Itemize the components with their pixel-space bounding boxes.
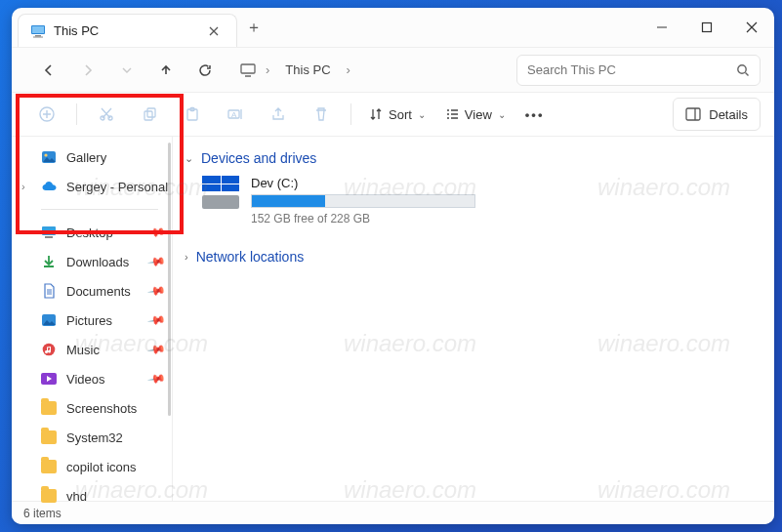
- sidebar-item-documents[interactable]: Documents 📌: [12, 276, 172, 306]
- delete-button[interactable]: [300, 97, 343, 132]
- pin-icon: 📌: [146, 281, 166, 301]
- sidebar-item-screenshots[interactable]: Screenshots: [12, 393, 172, 423]
- paste-button[interactable]: [171, 97, 214, 132]
- sidebar-divider: [41, 209, 158, 210]
- sidebar-item-music[interactable]: Music 📌: [12, 335, 172, 364]
- chevron-right-icon: ›: [347, 62, 350, 77]
- monitor-icon: [240, 62, 256, 78]
- folder-icon: [41, 400, 57, 416]
- details-pane-button[interactable]: Details: [673, 98, 761, 131]
- sidebar-item-onedrive[interactable]: › Sergey - Personal: [12, 172, 172, 201]
- sidebar-item-label: Videos: [66, 372, 105, 387]
- sidebar-item-label: vhd: [66, 489, 87, 504]
- tab-close-button[interactable]: [203, 20, 225, 42]
- cut-button[interactable]: [85, 97, 128, 132]
- titlebar: This PC ＋: [12, 8, 774, 47]
- videos-icon: [41, 371, 57, 387]
- svg-text:A: A: [231, 110, 237, 119]
- content-pane[interactable]: ⌄ Devices and drives Dev (C:) 152 GB fre…: [173, 137, 774, 501]
- minimize-button[interactable]: [639, 8, 684, 47]
- pin-icon: 📌: [146, 369, 166, 389]
- tab-this-pc[interactable]: This PC: [18, 14, 237, 47]
- sidebar-item-label: Downloads: [66, 255, 129, 269]
- back-button[interactable]: [31, 53, 66, 88]
- navigation-pane: Gallery › Sergey - Personal Desktop 📌 Do…: [12, 137, 173, 501]
- svg-point-22: [43, 344, 56, 356]
- command-bar: A Sort ⌄ View ⌄ ••• Details: [12, 92, 774, 137]
- downloads-icon: [41, 254, 57, 269]
- breadcrumb-this-pc[interactable]: This PC: [279, 59, 336, 81]
- chevron-down-icon: ⌄: [498, 109, 506, 120]
- refresh-button[interactable]: [187, 53, 223, 88]
- chevron-down-icon: ⌄: [185, 152, 193, 165]
- chevron-right-icon: ›: [185, 251, 188, 263]
- section-devices-and-drives[interactable]: ⌄ Devices and drives: [185, 144, 757, 176]
- sort-dropdown[interactable]: Sort ⌄: [359, 97, 435, 132]
- sidebar-scrollbar[interactable]: [168, 143, 171, 416]
- chevron-right-icon[interactable]: ›: [21, 181, 25, 192]
- svg-rect-4: [703, 23, 712, 32]
- pin-icon: 📌: [146, 340, 166, 359]
- view-dropdown[interactable]: View ⌄: [435, 97, 515, 132]
- search-box[interactable]: [516, 55, 761, 86]
- address-bar[interactable]: › This PC ›: [240, 59, 350, 81]
- new-button[interactable]: [25, 97, 68, 132]
- rename-button[interactable]: A: [214, 97, 257, 132]
- svg-rect-19: [42, 226, 56, 235]
- svg-rect-11: [147, 108, 155, 117]
- sidebar-item-label: Sergey - Personal: [66, 180, 168, 194]
- more-button[interactable]: •••: [515, 97, 555, 132]
- view-label: View: [465, 107, 492, 122]
- sidebar-item-gallery[interactable]: Gallery: [12, 143, 172, 172]
- folder-icon: [41, 430, 57, 445]
- search-input[interactable]: [527, 62, 736, 77]
- this-pc-icon: [30, 23, 46, 39]
- view-icon: [445, 107, 459, 121]
- tab-label: This PC: [54, 23, 99, 38]
- onedrive-icon: [41, 179, 57, 194]
- drive-icon: [202, 176, 239, 209]
- sidebar-item-system32[interactable]: System32: [12, 423, 172, 452]
- sort-icon: [369, 107, 383, 121]
- sidebar-item-vhd[interactable]: vhd: [12, 481, 172, 511]
- svg-rect-5: [241, 64, 255, 73]
- svg-rect-1: [32, 26, 44, 33]
- sidebar-item-desktop[interactable]: Desktop 📌: [12, 218, 172, 247]
- sort-label: Sort: [389, 107, 412, 122]
- copy-button[interactable]: [128, 97, 171, 132]
- section-title: Network locations: [196, 249, 305, 265]
- desktop-icon: [41, 225, 57, 240]
- svg-rect-3: [33, 36, 43, 37]
- section-title: Devices and drives: [201, 150, 316, 166]
- svg-point-18: [44, 153, 47, 156]
- pin-icon: 📌: [146, 310, 166, 330]
- new-tab-button[interactable]: ＋: [237, 8, 270, 47]
- pin-icon: 📌: [146, 223, 166, 242]
- maximize-button[interactable]: [684, 8, 729, 47]
- sidebar-item-pictures[interactable]: Pictures 📌: [12, 306, 172, 335]
- share-button[interactable]: [257, 97, 300, 132]
- close-window-button[interactable]: [729, 8, 774, 47]
- up-button[interactable]: [148, 53, 184, 88]
- nav-row: › This PC ›: [12, 47, 774, 92]
- forward-button[interactable]: [70, 53, 105, 88]
- sidebar-item-copilot-icons[interactable]: copilot icons: [12, 452, 172, 481]
- documents-icon: [41, 283, 57, 299]
- separator: [76, 103, 77, 125]
- svg-rect-16: [686, 108, 700, 120]
- drive-item[interactable]: Dev (C:) 152 GB free of 228 GB: [185, 176, 757, 225]
- sidebar-item-label: Gallery: [66, 150, 106, 165]
- svg-rect-20: [45, 236, 53, 238]
- sidebar-item-downloads[interactable]: Downloads 📌: [12, 247, 172, 276]
- sidebar-item-videos[interactable]: Videos 📌: [12, 364, 172, 393]
- sidebar-item-label: copilot icons: [66, 460, 137, 474]
- recent-locations-button[interactable]: [109, 53, 144, 88]
- drive-name: Dev (C:): [251, 176, 475, 190]
- chevron-right-icon: ›: [266, 62, 269, 77]
- folder-icon: [41, 459, 57, 474]
- sidebar-item-label: Desktop: [66, 225, 113, 240]
- sidebar-item-label: Pictures: [66, 313, 112, 328]
- sidebar-item-label: Screenshots: [66, 401, 137, 416]
- search-icon: [736, 63, 750, 77]
- section-network-locations[interactable]: › Network locations: [185, 243, 757, 274]
